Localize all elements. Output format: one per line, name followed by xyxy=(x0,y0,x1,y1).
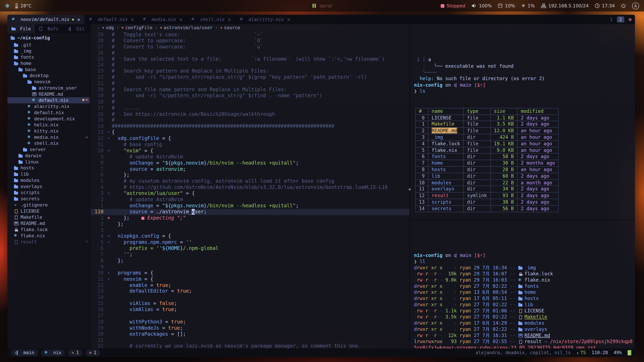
gutter-sign[interactable] xyxy=(106,160,112,166)
gutter-sign[interactable] xyxy=(106,123,112,129)
tree-item[interactable]: astronvim_user xyxy=(8,85,90,91)
code-line[interactable]: 15 viAlias = false; xyxy=(90,301,410,307)
gutter-sign[interactable] xyxy=(106,184,112,190)
gutter-sign[interactable] xyxy=(106,62,112,68)
code-line[interactable]: 20 extraPackages = []; xyxy=(90,331,410,337)
tree-item[interactable]: .git xyxy=(8,42,90,48)
tab-page-2[interactable]: 2 xyxy=(617,16,624,23)
tree-item[interactable]: hosts xyxy=(8,165,90,171)
tree-item[interactable]: shell.nix xyxy=(8,140,90,147)
code-line[interactable]: 29 # Toggle text's case: `~` xyxy=(90,32,410,38)
gutter-sign[interactable]: ▾ xyxy=(106,270,112,276)
code-area[interactable]: 29 # Toggle text's case: `~` 28 # Conver… xyxy=(90,31,410,349)
gutter-sign[interactable] xyxy=(106,99,112,105)
code-line[interactable]: 1 onChange = "${pkgs.neovim}/bin/nvim --… xyxy=(90,203,410,209)
volume-widget[interactable]: 100% xyxy=(472,3,492,8)
tree-item[interactable]: default.nix ●⊗ xyxy=(8,97,90,103)
tree-item[interactable]: modules xyxy=(8,177,90,184)
tree-item[interactable]: _img xyxy=(8,48,90,54)
diagnostics-chip[interactable]: ⊗ 1 xyxy=(85,349,100,356)
code-line[interactable]: 28 # Convert to uppercase: `U` xyxy=(90,38,410,44)
code-line[interactable]: 18 # xyxy=(90,99,410,105)
close-tab-icon[interactable]: × xyxy=(228,16,231,22)
tree-item[interactable]: base xyxy=(8,66,90,73)
gutter-sign[interactable] xyxy=(106,172,112,178)
buffer-tab[interactable]: default.nix ● × xyxy=(85,15,138,24)
gutter-sign[interactable] xyxy=(106,227,112,233)
terminal-pane-top[interactable]: 1 │ a · ╰── executable was not found ╰──… xyxy=(410,24,635,220)
tree-item[interactable]: README.md xyxy=(8,91,90,97)
gutter-sign[interactable] xyxy=(106,258,112,264)
close-tab-icon[interactable]: × xyxy=(77,16,80,22)
gutter-sign[interactable] xyxy=(106,80,112,86)
code-line[interactable]: 6 prefix = ''${HOME}/.npm-global xyxy=(90,246,410,252)
breadcrumb-item[interactable]: source xyxy=(213,25,240,30)
tree-item[interactable]: fonts xyxy=(8,54,90,60)
tree-item[interactable]: server xyxy=(8,146,90,153)
tree-item[interactable]: .gitignore xyxy=(8,202,90,208)
gutter-sign[interactable] xyxy=(106,331,112,337)
gutter-sign[interactable] xyxy=(106,154,112,160)
gutter-sign[interactable] xyxy=(106,203,112,209)
terminal-pane-bottom[interactable]: nix-config on main [$⇡]❯ lldrwxr-xr-x - … xyxy=(410,220,635,349)
network-widget[interactable]: 192.168.5.100/24 xyxy=(541,3,589,8)
gutter-sign[interactable]: ▾ xyxy=(106,136,112,142)
code-line[interactable]: 22 # currently we use lazy.nvim as neovi… xyxy=(90,343,410,349)
breadcrumb-item[interactable]: configFile xyxy=(114,25,152,30)
buffer-tab[interactable]: neovim/default.nix ● × xyxy=(8,15,85,24)
code-line[interactable]: 25 # Save the selected text to a file: `… xyxy=(90,56,410,62)
gutter-sign[interactable]: ⊗ xyxy=(106,215,112,221)
gutter-sign[interactable] xyxy=(106,50,112,56)
tree-item[interactable]: neovim xyxy=(8,79,90,85)
tree-item[interactable]: result ○ xyxy=(8,239,90,245)
code-line[interactable]: 21 # xyxy=(90,80,410,86)
code-line[interactable]: 11 ▾ neovim = { xyxy=(90,276,410,282)
gutter-sign[interactable] xyxy=(106,93,112,99)
gutter-sign[interactable] xyxy=(106,301,112,307)
tree-item[interactable]: development.nix xyxy=(8,116,90,122)
keyboard-layout[interactable]: A xyxy=(632,2,639,9)
media-widget[interactable]: spiral xyxy=(312,3,332,8)
code-line[interactable]: 19 # sed -ri "s/pattern_str/replace_str/… xyxy=(90,93,410,99)
gutter-sign[interactable] xyxy=(106,105,112,111)
tree-item[interactable]: helix.nix xyxy=(8,122,90,128)
tree-item[interactable]: flake.nix xyxy=(8,233,90,239)
code-line[interactable]: 23 # Search key pattern and Replace in M… xyxy=(90,68,410,74)
gutter-sign[interactable] xyxy=(106,74,112,80)
code-line[interactable]: 2 }; xyxy=(90,221,410,227)
code-line[interactable]: 6 }; xyxy=(90,172,410,178)
code-line[interactable]: 21 xyxy=(90,337,410,343)
tree-item[interactable]: linux xyxy=(8,159,90,165)
code-line[interactable]: 12 ▾ xdg.configFile = { xyxy=(90,136,410,142)
code-line[interactable]: 24 # xyxy=(90,62,410,68)
code-line[interactable]: 13 ▾ { xyxy=(90,129,410,135)
breadcrumb-item[interactable]: xdg xyxy=(94,25,114,30)
buffer-tab[interactable]: media.nix ● × xyxy=(138,15,187,24)
gutter-sign[interactable] xyxy=(106,56,112,62)
breadcrumb-item[interactable]: astronvim/lua/user xyxy=(152,25,213,30)
gutter-sign[interactable] xyxy=(106,252,112,258)
tree-item[interactable]: desktop xyxy=(8,72,90,79)
explorer-source-tab[interactable]: File xyxy=(8,24,35,33)
gutter-sign[interactable] xyxy=(106,295,112,301)
tree-item[interactable]: flake.lock xyxy=(8,227,90,233)
gutter-sign[interactable] xyxy=(106,178,112,184)
tree-item[interactable]: secrets xyxy=(8,196,90,202)
code-line[interactable]: 7 ''; xyxy=(90,252,410,258)
code-line[interactable]: 18 withPython3 = true; xyxy=(90,319,410,325)
code-line[interactable]: 9 xyxy=(90,264,410,270)
gutter-sign[interactable] xyxy=(106,319,112,325)
gutter-sign[interactable] xyxy=(106,209,112,215)
tree-item[interactable]: README.md xyxy=(8,220,90,227)
git-changes-chip[interactable]: ✎ 1 xyxy=(68,349,82,356)
gutter-sign[interactable] xyxy=(106,117,112,123)
gutter-sign[interactable] xyxy=(106,282,112,288)
gutter-sign[interactable] xyxy=(106,337,112,343)
code-line[interactable]: 14 xyxy=(90,295,410,301)
gutter-sign[interactable]: ▾ xyxy=(106,129,112,135)
close-tab-icon[interactable]: × xyxy=(180,16,182,22)
code-line[interactable]: 4 ▾ nixpkgs.config = { xyxy=(90,233,410,239)
explorer-source-tab[interactable]: Git xyxy=(62,24,90,33)
code-line[interactable]: 8 }; xyxy=(90,258,410,264)
tree-item[interactable]: home xyxy=(8,60,90,66)
